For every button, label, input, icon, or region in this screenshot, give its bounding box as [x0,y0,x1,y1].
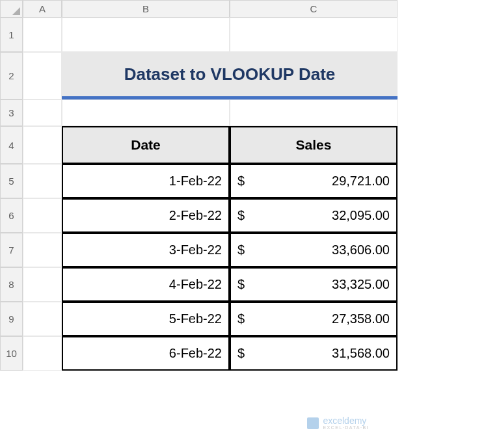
select-all-corner[interactable] [0,0,23,18]
cell-date-0[interactable]: 1-Feb-22 [62,164,230,198]
sales-amount-1: 32,095.00 [245,208,390,223]
currency-symbol: $ [237,243,245,257]
cell-a4[interactable] [23,126,62,164]
sales-amount-5: 31,568.00 [245,346,390,361]
sales-amount-2: 33,606.00 [245,243,390,257]
row-header-7[interactable]: 7 [0,233,23,267]
cell-sales-2[interactable]: $ 33,606.00 [230,233,398,267]
watermark-name: exceldemy [323,416,369,425]
currency-symbol: $ [237,311,245,326]
cell-c1[interactable] [230,18,398,52]
row-header-3[interactable]: 3 [0,99,23,126]
cell-a2[interactable] [23,52,62,99]
cell-c3[interactable] [230,99,398,126]
cell-sales-0[interactable]: $ 29,721.00 [230,164,398,198]
row-header-1[interactable]: 1 [0,18,23,52]
col-header-c[interactable]: C [230,0,398,18]
watermark-text: exceldemy EXCEL·DATA·BI [323,416,369,430]
row-header-6[interactable]: 6 [0,198,23,233]
cell-date-3[interactable]: 4-Feb-22 [62,267,230,302]
cell-sales-5[interactable]: $ 31,568.00 [230,336,398,371]
cell-b3[interactable] [62,99,230,126]
row-header-5[interactable]: 5 [0,164,23,198]
watermark-sub: EXCEL·DATA·BI [323,425,369,430]
title-cell[interactable]: Dataset to VLOOKUP Date [62,52,398,99]
row-header-4[interactable]: 4 [0,126,23,164]
cell-a7[interactable] [23,233,62,267]
col-header-a[interactable]: A [23,0,62,18]
col-header-b[interactable]: B [62,0,230,18]
sales-amount-3: 33,325.00 [245,277,390,292]
cell-a5[interactable] [23,164,62,198]
cell-date-1[interactable]: 2-Feb-22 [62,198,230,233]
row-header-9[interactable]: 9 [0,302,23,336]
cell-sales-3[interactable]: $ 33,325.00 [230,267,398,302]
cell-sales-1[interactable]: $ 32,095.00 [230,198,398,233]
row-header-8[interactable]: 8 [0,267,23,302]
header-date[interactable]: Date [62,126,230,164]
cell-date-4[interactable]: 5-Feb-22 [62,302,230,336]
currency-symbol: $ [237,346,245,361]
watermark-logo-icon [307,417,319,429]
cell-a1[interactable] [23,18,62,52]
header-sales[interactable]: Sales [230,126,398,164]
watermark: exceldemy EXCEL·DATA·BI [307,416,369,430]
cell-sales-4[interactable]: $ 27,358.00 [230,302,398,336]
spreadsheet-grid: A B C 1 2 Dataset to VLOOKUP Date 3 4 Da… [0,0,398,371]
cell-a8[interactable] [23,267,62,302]
cell-a10[interactable] [23,336,62,371]
row-header-2[interactable]: 2 [0,52,23,99]
currency-symbol: $ [237,277,245,292]
currency-symbol: $ [237,174,245,189]
cell-a6[interactable] [23,198,62,233]
cell-a9[interactable] [23,302,62,336]
sales-amount-4: 27,358.00 [245,311,390,326]
cell-date-5[interactable]: 6-Feb-22 [62,336,230,371]
cell-a3[interactable] [23,99,62,126]
currency-symbol: $ [237,208,245,223]
sales-amount-0: 29,721.00 [245,174,390,189]
cell-date-2[interactable]: 3-Feb-22 [62,233,230,267]
row-header-10[interactable]: 10 [0,336,23,371]
cell-b1[interactable] [62,18,230,52]
